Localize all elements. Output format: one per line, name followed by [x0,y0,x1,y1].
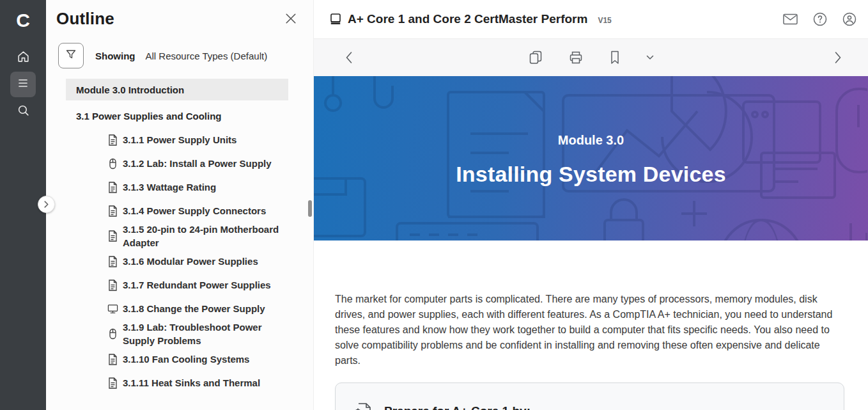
outline-item-3-1-6[interactable]: 3.1.6 Modular Power Supplies [66,249,288,273]
prepare-document-gear-icon [353,402,372,410]
menu-icon [17,77,29,92]
outline-item-3-1-5[interactable]: 3.1.5 20-pin to 24-pin Motherboard Adapt… [66,223,288,249]
document-icon [107,205,118,217]
content-toolbar [314,39,868,76]
next-page-button[interactable] [834,51,842,64]
course-title: A+ Core 1 and Core 2 CertMaster Perform [348,12,587,26]
close-outline-button[interactable] [285,12,297,27]
lesson-scroll-area[interactable]: Module 3.0 Installing System Devices The… [314,76,868,410]
comptia-logo: C [16,8,30,33]
document-icon [107,354,118,365]
outline-item-label: 3.1.2 Lab: Install a Power Supply [123,157,272,170]
mouse-icon [107,158,118,170]
outline-item-3-1-2[interactable]: 3.1.2 Lab: Install a Power Supply [66,152,288,175]
monitor-icon [107,304,118,314]
home-button[interactable] [10,45,36,70]
course-header: A+ Core 1 and Core 2 CertMaster Perform … [314,0,868,39]
outline-item-label: 3.1.4 Power Supply Connectors [123,204,266,217]
panel-collapse-button[interactable] [38,196,55,213]
outline-item-label: 3.1.8 Change the Power Supply [123,302,265,315]
outline-item-3-1-1[interactable]: 3.1.1 Power Supply Units [66,128,288,152]
outline-item-label: 3.1.9 Lab: Troubleshoot Power Supply Pro… [123,320,283,347]
close-icon [285,10,297,28]
filter-current-value: All Resource Types (Default) [146,51,268,61]
outline-item-3-1-10[interactable]: 3.1.10 Fan Cooling Systems [66,347,288,371]
course-version-badge: V15 [598,16,611,25]
print-icon[interactable] [568,50,584,65]
filter-showing-label: Showing [95,51,136,61]
chevron-right-icon [43,199,50,210]
document-icon [107,182,118,193]
outline-item-3-1-7[interactable]: 3.1.7 Redundant Power Supplies [66,273,288,297]
module-number-label: Module 3.0 [558,133,624,148]
prepare-section-card: Prepare for A+ Core 1 by: [335,382,844,410]
document-icon [107,280,118,291]
outline-item-label: Module 3.0 Introduction [76,83,184,97]
outline-item-3-1-3[interactable]: 3.1.3 Wattage Rating [66,175,288,199]
module-title: Installing System Devices [456,162,726,187]
prepare-section-heading: Prepare for A+ Core 1 by: [384,404,531,410]
home-icon [17,50,30,66]
help-icon[interactable] [813,12,827,26]
funnel-icon [65,49,77,63]
outline-list: Module 3.0 Introduction 3.1 Power Suppli… [66,79,288,395]
outline-item-3-1-8[interactable]: 3.1.8 Change the Power Supply [66,297,288,320]
outline-item-label: 3.1.11 Heat Sinks and Thermal [123,376,260,390]
mouse-icon [107,328,118,340]
outline-panel-title: Outline [56,9,114,29]
outline-menu-button[interactable] [10,72,36,97]
mail-icon[interactable] [783,13,798,25]
account-icon[interactable] [842,12,856,26]
outline-item-3-1-11[interactable]: 3.1.11 Heat Sinks and Thermal [66,371,288,395]
outline-panel: Outline Showing All Resource Types (Defa… [46,0,314,410]
app-window: C Outline [0,0,868,410]
outline-item-label: 3.1.3 Wattage Rating [123,180,216,194]
outline-scrollbar-thumb[interactable] [308,200,312,217]
bookmark-menu-chevron-icon[interactable] [646,55,654,60]
outline-item-module-introduction[interactable]: Module 3.0 Introduction [66,79,288,100]
module-hero-banner: Module 3.0 Installing System Devices [314,76,868,240]
document-icon [107,134,118,146]
outline-item-3-1-9[interactable]: 3.1.9 Lab: Troubleshoot Power Supply Pro… [66,320,288,347]
search-button[interactable] [10,99,36,124]
main-content-area: A+ Core 1 and Core 2 CertMaster Perform … [314,0,868,410]
outline-item-3-1-4[interactable]: 3.1.4 Power Supply Connectors [66,199,288,223]
lesson-intro-paragraph: The market for computer parts is complic… [335,292,840,368]
document-icon [107,256,118,267]
outline-item-label: 3.1 Power Supplies and Cooling [76,109,222,123]
outline-scrollbar[interactable] [308,0,312,410]
bookmark-icon[interactable] [609,50,621,65]
filter-button[interactable] [58,43,84,68]
previous-page-button[interactable] [345,51,353,64]
outline-item-section-3-1[interactable]: 3.1 Power Supplies and Cooling [66,104,288,128]
outline-item-label: 3.1.5 20-pin to 24-pin Motherboard Adapt… [123,223,283,249]
tech-pattern-decoration [314,76,867,240]
filter-row: Showing All Resource Types (Default) [58,43,313,68]
outline-item-label: 3.1.6 Modular Power Supplies [123,255,258,268]
course-book-icon [329,13,342,26]
outline-item-label: 3.1.1 Power Supply Units [123,133,236,146]
document-icon [107,377,118,389]
outline-item-label: 3.1.7 Redundant Power Supplies [123,278,271,292]
document-icon [107,230,118,242]
outline-item-label: 3.1.10 Fan Cooling Systems [123,352,249,366]
search-icon [17,104,30,120]
copy-icon[interactable] [529,50,543,65]
